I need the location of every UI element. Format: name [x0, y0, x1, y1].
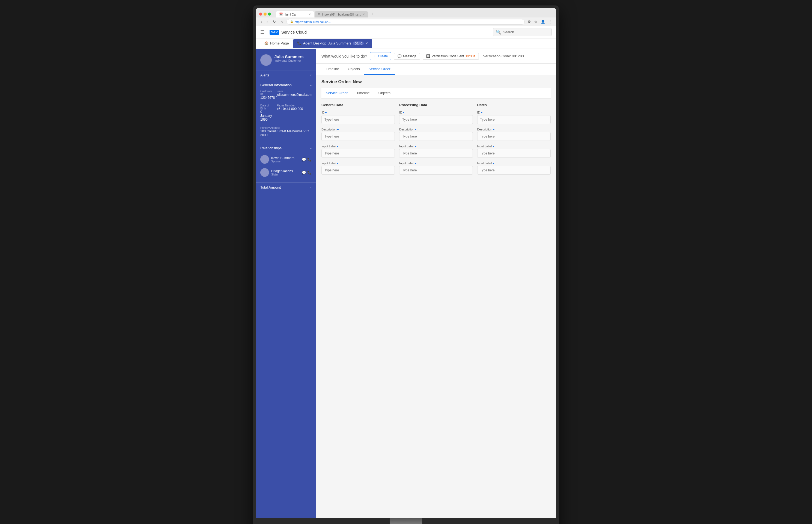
processing-desc-input[interactable] — [399, 132, 473, 141]
general-info-header[interactable]: General Information ▴ — [256, 80, 316, 90]
general-information-section: General Information ▴ Customer ID 123456… — [256, 80, 316, 143]
customer-id-value: 12345678 — [260, 96, 275, 100]
customer-id-label: Customer ID — [260, 90, 275, 96]
kevin-call-button[interactable]: 📞 — [307, 158, 312, 162]
create-button[interactable]: ＋ Create — [370, 52, 391, 60]
browser-actions: ⚙ ☆ 👤 ⋮ — [527, 19, 553, 24]
search-bar[interactable]: 🔍 — [493, 28, 552, 36]
tab-objects[interactable]: Objects — [344, 64, 364, 75]
required-indicator — [481, 112, 482, 113]
url-text: https://admin.ilumi-call.co... — [295, 20, 331, 23]
relationships-header[interactable]: Relationships ▴ — [256, 143, 316, 153]
home-button[interactable]: ⌂ — [279, 19, 284, 24]
general-id-label: ID — [321, 111, 395, 114]
dates-input1-field: Input Label — [477, 145, 551, 158]
processing-input1-input[interactable] — [399, 149, 473, 158]
browser-tab-inbox[interactable]: ✉ Inbox (99) - bcaloms@llm.s... ✕ — [315, 11, 368, 17]
dates-input2-input[interactable] — [477, 166, 551, 175]
processing-data-title: Processing Data — [399, 103, 473, 107]
tab-close-call[interactable]: ✕ — [365, 42, 368, 45]
back-button[interactable]: ‹ — [259, 19, 263, 24]
relationship-item-bridget: Bridget Jacobs Sister 💬 📞 — [260, 166, 312, 179]
general-id-input[interactable] — [321, 115, 395, 124]
tab-service-order[interactable]: Service Order — [364, 64, 395, 75]
extensions-button[interactable]: ⚙ — [527, 19, 532, 24]
close-traffic-light[interactable] — [259, 13, 262, 16]
general-input2-field: Input Label — [321, 162, 395, 175]
dates-id-label: ID — [477, 111, 551, 114]
relationship-item-kevin: Kevin Summers Spouse 💬 📞 — [260, 153, 312, 166]
home-page-tab[interactable]: 🏠 Home Page — [260, 38, 293, 49]
profile-type: Individual Customer — [275, 59, 304, 62]
processing-input2-field: Input Label — [399, 162, 473, 175]
dates-desc-input[interactable] — [477, 132, 551, 141]
processing-input2-input[interactable] — [399, 166, 473, 175]
dates-column: Dates ID Description — [477, 103, 551, 179]
general-input2-label: Input Label — [321, 162, 395, 165]
sidebar: Julia Summers Individual Customer Alerts… — [256, 49, 316, 518]
phone-field: Phone Number +61 0444 000 000 — [277, 104, 312, 121]
profile-info: Julia Summers Individual Customer — [275, 54, 304, 62]
subtab-timeline[interactable]: Timeline — [352, 88, 374, 98]
processing-input1-field: Input Label — [399, 145, 473, 158]
profile-button[interactable]: 👤 — [540, 19, 546, 24]
bridget-message-button[interactable]: 💬 — [302, 170, 306, 175]
email-field: Email juliasummers@mail.com — [277, 90, 312, 100]
required-indicator — [415, 163, 416, 164]
subtab-service-order[interactable]: Service Order — [321, 88, 352, 98]
dates-desc-label: Description — [477, 128, 551, 131]
menu-button[interactable]: ⋮ — [548, 19, 553, 24]
bridget-call-button[interactable]: 📞 — [307, 170, 312, 175]
message-button[interactable]: 💬 Message — [394, 53, 420, 60]
general-info-label: General Information — [260, 83, 292, 87]
url-field[interactable]: 🔒 https://admin.ilumi-call.co... — [286, 19, 525, 24]
tab-close-btn[interactable]: ✕ — [309, 13, 311, 16]
dates-id-field: ID — [477, 111, 551, 124]
main-layout: Julia Summers Individual Customer Alerts… — [256, 49, 556, 518]
general-input2-input[interactable] — [321, 166, 395, 175]
tab-close-inbox-btn[interactable]: ✕ — [363, 13, 365, 16]
new-tab-button[interactable]: + — [369, 10, 376, 17]
dates-input1-label: Input Label — [477, 145, 551, 148]
minimize-traffic-light[interactable] — [264, 13, 267, 16]
relationships-label: Relationships — [260, 146, 282, 150]
address-bar: ‹ › ↻ ⌂ 🔒 https://admin.ilumi-call.co...… — [256, 17, 556, 26]
general-data-title: General Data — [321, 103, 395, 107]
hamburger-menu-button[interactable]: ☰ — [260, 30, 264, 35]
content-tabs: Timeline Objects Service Order — [316, 64, 556, 75]
tab-timeline[interactable]: Timeline — [321, 64, 344, 75]
general-info-content: Customer ID 12345678 Email juliasummers@… — [256, 90, 316, 143]
dates-title: Dates — [477, 103, 551, 107]
dates-input1-input[interactable] — [477, 149, 551, 158]
processing-desc-field: Description — [399, 128, 473, 141]
sap-logo: SAP — [269, 30, 279, 35]
bridget-type: Sister — [271, 173, 300, 176]
bridget-avatar — [260, 168, 269, 177]
forward-button[interactable]: › — [265, 19, 269, 24]
dates-input2-field: Input Label — [477, 162, 551, 175]
bookmark-button[interactable]: ☆ — [533, 19, 538, 24]
browser-tab-active[interactable]: 📅 Ilumi Cal ✕ — [276, 11, 314, 17]
general-data-column: General Data ID Description — [321, 103, 395, 179]
general-desc-input[interactable] — [321, 132, 395, 141]
tab-label-inbox: Inbox (99) - bcaloms@llm.s... — [322, 13, 361, 16]
dates-id-input[interactable] — [477, 115, 551, 124]
total-amount-header[interactable]: Total Amount ▴ — [256, 183, 316, 192]
monitor-stand — [256, 518, 556, 524]
agent-desktop-tab[interactable]: 📞 Agent Desktop Julia Summers 00:40 ✕ — [293, 39, 372, 48]
verification-badge: 🔲 Verification Code Sent 13:33s — [422, 53, 479, 60]
kevin-actions: 💬 📞 — [302, 158, 312, 162]
alerts-section-header[interactable]: Alerts ▾ — [256, 70, 316, 80]
search-input[interactable] — [503, 30, 549, 34]
general-id-field: ID — [321, 111, 395, 124]
dob-label: Date of Birth — [260, 104, 275, 110]
kevin-info: Kevin Summers Spouse — [271, 156, 300, 163]
fullscreen-traffic-light[interactable] — [268, 13, 271, 16]
alerts-section: Alerts ▾ — [256, 70, 316, 80]
general-input1-input[interactable] — [321, 149, 395, 158]
required-indicator — [415, 129, 416, 130]
reload-button[interactable]: ↻ — [271, 19, 277, 24]
processing-id-input[interactable] — [399, 115, 473, 124]
kevin-message-button[interactable]: 💬 — [302, 158, 306, 162]
subtab-objects[interactable]: Objects — [374, 88, 395, 98]
